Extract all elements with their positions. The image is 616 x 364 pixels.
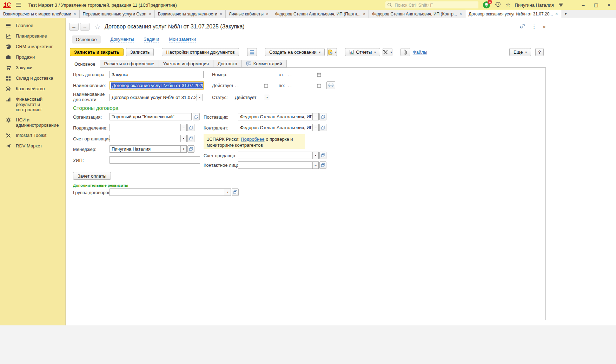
tab-close-icon[interactable]: × — [220, 12, 222, 16]
sidebar-item-purchases[interactable]: Закупки — [0, 62, 65, 73]
form-tab-comment[interactable]: Комментарий — [241, 60, 287, 67]
select-icon[interactable] — [312, 162, 318, 168]
org-account-open-button[interactable] — [187, 135, 194, 142]
tab-close-icon[interactable]: × — [459, 12, 462, 16]
help-button[interactable]: ? — [535, 48, 544, 56]
main-menu-icon[interactable] — [15, 2, 21, 7]
window-tab[interactable]: Личные кабинеты× — [226, 10, 272, 18]
dropdown-icon[interactable] — [180, 146, 186, 152]
dropdown-icon[interactable] — [312, 152, 318, 159]
calendar-icon[interactable] — [263, 82, 269, 89]
window-tab[interactable]: Взаиморасчеты с маркетплейсами× — [0, 10, 80, 18]
form-tab-main[interactable]: Основное — [70, 60, 100, 68]
manager-combo[interactable]: Пичугина Наталия — [110, 145, 187, 153]
dropdown-icon[interactable] — [225, 189, 231, 196]
supplier-input[interactable]: Федоров Степан Анатольевич, ИП — [238, 113, 319, 120]
search-input[interactable] — [394, 2, 475, 8]
tab-close-icon[interactable]: × — [555, 12, 558, 16]
tab-close-icon[interactable]: × — [149, 12, 151, 16]
dropdown-icon[interactable] — [264, 94, 270, 101]
select-icon[interactable] — [312, 113, 318, 120]
window-maximize-button[interactable]: ▢ — [594, 1, 598, 8]
sidebar-item-admin[interactable]: НСИ и администрирование — [0, 115, 65, 130]
dropdown-icon[interactable] — [180, 135, 186, 142]
history-icon[interactable] — [495, 1, 501, 9]
select-icon[interactable] — [180, 124, 186, 131]
seller-account-open-button[interactable] — [319, 152, 326, 159]
reports-button[interactable]: Отчеты — [345, 48, 380, 56]
send-settings-button[interactable]: Настройки отправки документов — [162, 48, 239, 56]
notifications-button[interactable]: 1 — [483, 1, 490, 9]
tab-close-icon[interactable]: × — [74, 12, 76, 16]
window-tab[interactable]: Перевыставленные услуги Ozon× — [80, 10, 155, 18]
nav-link-main[interactable]: Основное — [72, 35, 101, 44]
nav-link-documents[interactable]: Документы — [111, 37, 134, 42]
global-search[interactable] — [385, 1, 478, 8]
contract-group-combo[interactable] — [110, 188, 231, 196]
seller-account-combo[interactable] — [238, 152, 319, 159]
create-based-on-button[interactable]: Создать на основании — [265, 48, 325, 56]
payment-offset-button[interactable]: Зачет оплаты — [73, 172, 111, 180]
counterparty-open-button[interactable] — [319, 124, 326, 131]
more-menu-icon[interactable]: ⋮ — [531, 24, 537, 30]
goal-input[interactable]: Закупка — [110, 71, 204, 78]
print-name-combo[interactable]: Договор оказания услуг №б/н от 31.07.202… — [110, 94, 203, 101]
contact-open-button[interactable] — [319, 161, 326, 169]
sidebar-item-warehouse[interactable]: Склад и доставка — [0, 73, 65, 84]
organization-open-button[interactable] — [193, 113, 200, 120]
get-link-icon[interactable] — [519, 23, 525, 30]
favorites-star-icon[interactable]: ☆ — [505, 1, 510, 8]
service-tools-button[interactable] — [383, 48, 392, 56]
window-close-button[interactable]: × — [608, 1, 610, 8]
user-settings-icon[interactable] — [558, 2, 564, 8]
tab-close-icon[interactable]: × — [363, 12, 365, 16]
structure-button[interactable] — [247, 48, 257, 56]
forward-button[interactable]: → — [80, 23, 90, 31]
favorite-star-icon[interactable]: ☆ — [94, 23, 100, 31]
sidebar-item-sales[interactable]: Продажи — [0, 52, 65, 62]
more-actions-button[interactable]: Еще — [509, 48, 531, 56]
select-icon[interactable] — [312, 124, 318, 131]
calendar-icon[interactable] — [316, 82, 322, 89]
tab-list-dropdown-icon[interactable]: ▾ — [561, 10, 570, 18]
name-input-focused[interactable]: Договор оказания услуг №б/н от 31.07.202… — [110, 81, 204, 90]
spark-details-link[interactable]: Подробнее — [241, 137, 264, 142]
window-minimize-button[interactable]: – — [582, 1, 585, 8]
sidebar-item-planning[interactable]: Планирование — [0, 31, 65, 41]
form-tab-delivery[interactable]: Доставка — [213, 60, 241, 67]
window-tab[interactable]: Федоров Степан Анатольевич, ИП (Контр...… — [369, 10, 465, 18]
form-close-icon[interactable]: × — [543, 24, 546, 30]
contract-date-input[interactable]: . . — [286, 71, 322, 78]
supplier-open-button[interactable] — [319, 113, 326, 120]
contact-input[interactable] — [238, 161, 319, 169]
status-combo[interactable]: Действует — [233, 94, 270, 101]
sidebar-item-infostart[interactable]: Infostart Toolkit — [0, 130, 65, 141]
window-tab[interactable]: Федоров Степан Анатольевич, ИП (Партн...… — [272, 10, 369, 18]
dropdown-icon[interactable] — [197, 94, 203, 101]
sidebar-item-finance[interactable]: Финансовый результат и контроллинг — [0, 94, 65, 115]
valid-to-input[interactable]: . . — [286, 82, 322, 89]
form-tab-accounting[interactable]: Учетная информация — [159, 60, 213, 67]
sidebar-item-main[interactable]: Главное — [0, 20, 65, 31]
organization-input[interactable]: Торговый дом "Комплексный" — [110, 113, 192, 120]
doc-schedule-button[interactable] — [327, 48, 337, 56]
attachments-button[interactable] — [400, 48, 410, 56]
tab-close-icon[interactable]: × — [266, 12, 269, 16]
sidebar-item-crm[interactable]: CRM и маркетинг — [0, 41, 65, 52]
contract-group-open-button[interactable] — [232, 188, 239, 196]
uip-input[interactable] — [110, 156, 200, 164]
sidebar-item-treasury[interactable]: Казначейство — [0, 84, 65, 94]
back-button[interactable]: ← — [69, 23, 79, 31]
save-button[interactable]: Записать — [126, 48, 154, 56]
nav-link-notes[interactable]: Мои заметки — [169, 37, 196, 42]
manager-open-button[interactable] — [187, 145, 194, 153]
department-input[interactable] — [110, 124, 187, 131]
form-tab-payments[interactable]: Расчеты и оформление — [100, 60, 159, 67]
window-tab[interactable]: Взаимозачеты задолженности× — [155, 10, 226, 18]
org-account-combo[interactable] — [110, 135, 187, 142]
current-user[interactable]: Пичугина Наталия — [515, 2, 554, 8]
save-and-close-button[interactable]: Записать и закрыть — [70, 48, 124, 56]
files-link[interactable]: Файлы — [413, 49, 427, 55]
window-tab-active[interactable]: Договор оказания услуг №б/н от 31.07.20.… — [465, 10, 561, 18]
department-open-button[interactable] — [187, 124, 194, 131]
